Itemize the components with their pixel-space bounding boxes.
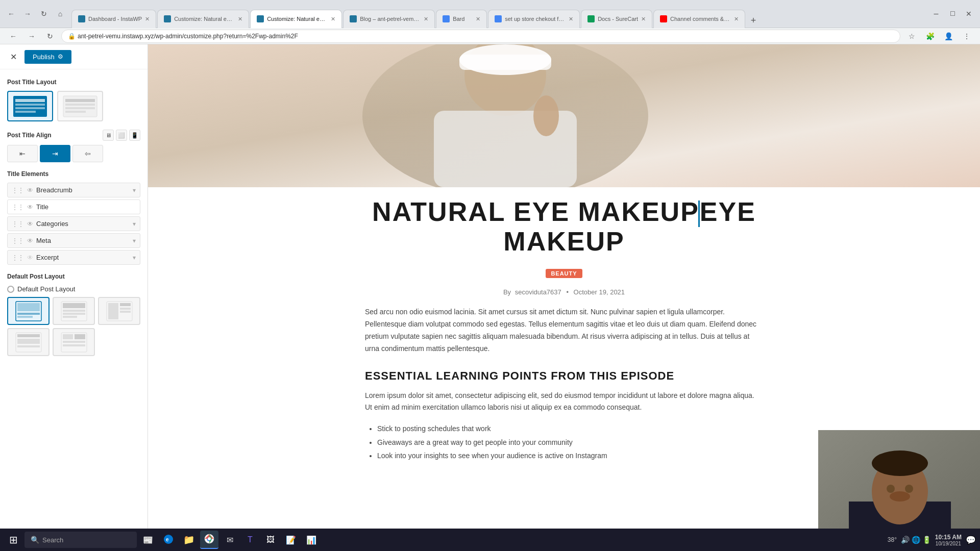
taskbar-search[interactable]: 🔍 Search xyxy=(24,532,137,548)
bookmark-btn[interactable]: ☆ xyxy=(904,29,919,43)
tab-bard[interactable]: Bard ✕ xyxy=(436,10,487,28)
default-layout-thumb-5[interactable] xyxy=(53,328,95,356)
tab-close-icon[interactable]: ✕ xyxy=(238,16,242,22)
badge-wrapper: BEAUTY xyxy=(365,268,763,283)
eye-icon[interactable]: 👁 xyxy=(27,237,33,244)
align-buttons: ⇤ ⇥ ⇦ xyxy=(7,145,140,162)
svg-rect-26 xyxy=(17,339,40,344)
customizer-close-button[interactable]: ✕ xyxy=(6,49,20,64)
mobile-icon[interactable]: 📱 xyxy=(129,130,140,141)
svg-rect-4 xyxy=(15,111,36,113)
chevron-down-icon[interactable]: ▾ xyxy=(133,237,136,244)
tab-favicon xyxy=(78,15,85,22)
back-button[interactable]: ← xyxy=(4,7,18,21)
photos-button[interactable]: 🖼 xyxy=(261,531,280,549)
outlook-button[interactable]: ✉ xyxy=(220,531,239,549)
svg-rect-31 xyxy=(63,341,85,343)
article-meta: By secoviduta7637 • October 19, 2021 xyxy=(365,288,763,296)
tab-favicon xyxy=(587,15,595,22)
forward-btn2[interactable]: → xyxy=(24,29,39,43)
tab-google[interactable]: set up store chekout form... ✕ xyxy=(488,10,580,28)
tablet-icon[interactable]: ⬜ xyxy=(116,130,127,141)
default-layout-thumb-1[interactable] xyxy=(7,297,50,325)
reload-button[interactable]: ↻ xyxy=(37,7,51,21)
chevron-down-icon[interactable]: ▾ xyxy=(133,187,136,194)
address-bar-row: ← → ↻ 🔒 ant-petrel-vemu.instawp.xyz/wp-a… xyxy=(0,28,980,44)
tab-close-icon[interactable]: ✕ xyxy=(734,16,739,22)
address-bar[interactable]: 🔒 ant-petrel-vemu.instawp.xyz/wp-admin/c… xyxy=(61,30,900,43)
publish-button[interactable]: Publish ⚙ xyxy=(24,50,71,64)
tab-docs[interactable]: Docs - SureCart ✕ xyxy=(581,10,652,28)
svg-rect-7 xyxy=(65,104,95,106)
tab-customize1[interactable]: Customize: Natural eye m... ✕ xyxy=(157,10,249,28)
reload-btn2[interactable]: ↻ xyxy=(43,29,57,43)
align-right-button[interactable]: ⇦ xyxy=(72,145,103,162)
eye-icon[interactable]: 👁 xyxy=(27,204,33,211)
notepad-button[interactable]: 📝 xyxy=(282,531,300,549)
tab-close-icon[interactable]: ✕ xyxy=(641,16,646,22)
tab-youtube[interactable]: Channel comments & m... ✕ xyxy=(653,10,745,28)
chevron-down-icon[interactable]: ▾ xyxy=(133,220,136,228)
tab-close-icon[interactable]: ✕ xyxy=(145,16,150,22)
align-center-button[interactable]: ⇥ xyxy=(40,145,70,162)
default-layout-thumb-2[interactable] xyxy=(53,297,95,325)
forward-button[interactable]: → xyxy=(20,7,35,21)
customizer-content[interactable]: Post Title Layout xyxy=(0,69,148,529)
chrome-button[interactable] xyxy=(200,531,218,549)
title-element-title[interactable]: ⋮⋮ 👁 Title xyxy=(7,199,140,214)
preview-area[interactable]: NATURAL EYE MAKEUPEYE MAKEUP BEAUTY By s… xyxy=(148,44,980,551)
default-layout-toggle[interactable]: Default Post Layout xyxy=(7,285,140,293)
back-btn2[interactable]: ← xyxy=(6,29,20,43)
teams-button[interactable]: T xyxy=(241,531,259,549)
notification-icon[interactable]: 💬 xyxy=(966,535,976,545)
post-title-layout-cards xyxy=(7,91,140,121)
article-title-text: NATURAL EYE MAKEUP xyxy=(372,197,699,227)
profile-btn[interactable]: 👤 xyxy=(941,29,955,43)
edge-button[interactable]: e xyxy=(159,531,178,549)
tab-blog[interactable]: Blog – ant-petrel-vemu... ✕ xyxy=(343,10,435,28)
tab-close-icon[interactable]: ✕ xyxy=(424,16,428,22)
svg-rect-32 xyxy=(63,344,85,346)
align-left-button[interactable]: ⇤ xyxy=(7,145,38,162)
drag-handle-icon: ⋮⋮ xyxy=(12,254,24,261)
start-button[interactable]: ⊞ xyxy=(4,531,22,549)
tabs-bar: Dashboard - InstaWP ✕ Customize: Natural… xyxy=(71,0,923,28)
title-element-meta[interactable]: ⋮⋮ 👁 Meta ▾ xyxy=(7,233,140,248)
title-element-excerpt[interactable]: ⋮⋮ 👁 Excerpt ▾ xyxy=(7,250,140,265)
svg-rect-37 xyxy=(459,55,551,70)
news-button[interactable]: 📰 xyxy=(139,531,157,549)
taskmanager-button[interactable]: 📊 xyxy=(302,531,321,549)
default-layout-thumb-3[interactable] xyxy=(98,297,140,325)
eye-icon[interactable]: 👁 xyxy=(27,187,33,194)
drag-handle-icon: ⋮⋮ xyxy=(12,237,24,244)
tab-dashboard[interactable]: Dashboard - InstaWP ✕ xyxy=(71,10,156,28)
default-layout-thumb-4[interactable] xyxy=(7,328,50,356)
eye-icon[interactable]: 👁 xyxy=(27,220,33,228)
layout-card-1[interactable] xyxy=(7,91,53,121)
title-wrapper: NATURAL EYE MAKEUPEYE MAKEUP xyxy=(365,197,763,262)
clock-date: 10/19/2021 xyxy=(935,541,962,546)
customizer-panel: ✕ Publish ⚙ Post Title Layout xyxy=(0,44,148,551)
file-explorer-button[interactable]: 📁 xyxy=(180,531,198,549)
tab-close-icon[interactable]: ✕ xyxy=(331,16,335,22)
tab-customize2[interactable]: Customize: Natural eye m... ✕ xyxy=(250,10,342,28)
title-label: Title xyxy=(36,203,136,211)
title-element-categories[interactable]: ⋮⋮ 👁 Categories ▾ xyxy=(7,216,140,231)
desktop-icon[interactable]: 🖥 xyxy=(103,130,114,141)
tab-close-icon[interactable]: ✕ xyxy=(476,16,480,22)
extensions-btn[interactable]: 🧩 xyxy=(923,29,937,43)
eye-icon[interactable]: 👁 xyxy=(27,254,33,261)
home-button[interactable]: ⌂ xyxy=(53,7,67,21)
toggle-icon xyxy=(7,286,14,293)
new-tab-button[interactable]: + xyxy=(746,14,761,28)
layout-card-2[interactable] xyxy=(57,91,103,121)
menu-btn[interactable]: ⋮ xyxy=(960,29,974,43)
default-layout-toggle-label: Default Post Layout xyxy=(17,285,75,293)
minimize-button[interactable]: – xyxy=(929,7,943,21)
tab-close-icon[interactable]: ✕ xyxy=(569,16,573,22)
close-window-button[interactable]: ✕ xyxy=(962,7,976,21)
title-element-breadcrumb[interactable]: ⋮⋮ 👁 Breadcrumb ▾ xyxy=(7,183,140,197)
chevron-down-icon[interactable]: ▾ xyxy=(133,254,136,261)
maximize-button[interactable]: ☐ xyxy=(945,7,960,21)
svg-rect-20 xyxy=(108,303,118,319)
